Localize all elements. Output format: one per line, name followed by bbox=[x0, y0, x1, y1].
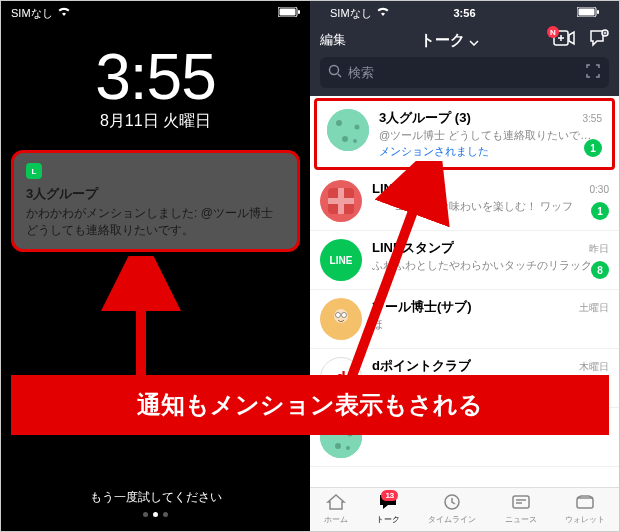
new-badge: N bbox=[547, 26, 559, 38]
tab-icon bbox=[575, 492, 595, 512]
video-add-icon[interactable]: N bbox=[553, 30, 575, 50]
search-placeholder: 検索 bbox=[348, 64, 579, 82]
notification-when: 今 bbox=[274, 164, 285, 179]
page-dots bbox=[1, 512, 310, 517]
notification-card[interactable]: L LINE 今 3人グループ かわかわがメンションしました: @ツール博士 ど… bbox=[11, 150, 300, 252]
notification-app-name: LINE bbox=[48, 165, 72, 177]
chat-item[interactable]: 3人グループ (3)3:55@ツール博士 どうしても連絡取りたいで…メンションさ… bbox=[314, 98, 615, 170]
svg-point-9 bbox=[327, 109, 369, 151]
tab-icon bbox=[443, 492, 461, 512]
status-bar: SIMなし bbox=[1, 1, 310, 23]
chat-time: 昨日 bbox=[589, 242, 609, 256]
lock-time-block: 3:55 8月11日 火曜日 bbox=[1, 45, 310, 132]
unread-badge: 8 bbox=[591, 261, 609, 279]
chat-name: 3人グループ (3) bbox=[379, 109, 471, 127]
wifi-icon bbox=[57, 7, 71, 19]
search-icon bbox=[328, 64, 342, 81]
lock-date: 8月11日 火曜日 bbox=[1, 111, 310, 132]
battery-icon bbox=[278, 7, 300, 19]
edit-button[interactable]: 編集 bbox=[320, 31, 346, 49]
svg-rect-27 bbox=[577, 498, 593, 508]
chevron-down-icon[interactable] bbox=[469, 32, 479, 49]
chat-time: 3:55 bbox=[583, 113, 602, 124]
tab-タイムライン[interactable]: タイムライン bbox=[428, 492, 476, 525]
tab-icon bbox=[326, 492, 346, 512]
tab-ウォレット[interactable]: ウォレット bbox=[565, 492, 605, 525]
search-input[interactable]: 検索 bbox=[320, 57, 609, 88]
svg-point-24 bbox=[346, 446, 350, 450]
tab-bar: ホームトーク13タイムラインニュースウォレット bbox=[310, 487, 619, 531]
wifi-icon bbox=[376, 7, 390, 19]
svg-rect-1 bbox=[280, 9, 296, 16]
caption-banner: 通知もメンション表示もされる bbox=[11, 375, 609, 435]
lock-time: 3:55 bbox=[1, 45, 310, 109]
tab-label: タイムライン bbox=[428, 514, 476, 525]
svg-point-10 bbox=[336, 120, 342, 126]
lock-bottom: もう一度試してください bbox=[1, 489, 310, 517]
notification-title: 3人グループ bbox=[26, 185, 285, 203]
line-app-icon: L bbox=[26, 163, 42, 179]
svg-rect-4 bbox=[579, 9, 595, 16]
tab-label: ニュース bbox=[505, 514, 537, 525]
carrier-label: SIMなし bbox=[11, 6, 53, 21]
compose-icon[interactable] bbox=[589, 29, 609, 51]
svg-point-23 bbox=[335, 443, 341, 449]
tab-ホーム[interactable]: ホーム bbox=[324, 492, 348, 525]
tab-label: ウォレット bbox=[565, 514, 605, 525]
chat-preview: @ツール博士 どうしても連絡取りたいで… bbox=[379, 128, 602, 143]
svg-rect-5 bbox=[597, 10, 599, 14]
unread-badge: 1 bbox=[591, 202, 609, 220]
lock-hint: もう一度試してください bbox=[1, 489, 310, 506]
tab-label: トーク bbox=[376, 514, 400, 525]
tab-badge: 13 bbox=[381, 490, 398, 501]
arrow-right bbox=[331, 161, 451, 411]
svg-point-12 bbox=[342, 136, 348, 142]
notification-body: かわかわがメンションしました: @ツール博士 どうしても連絡取りたいです。 bbox=[26, 205, 285, 239]
battery-icon bbox=[577, 7, 599, 19]
app-header: SIMなし 3:56 編集 トーク bbox=[310, 1, 619, 96]
chat-time: 土曜日 bbox=[579, 301, 609, 315]
chat-time: 0:30 bbox=[590, 184, 609, 195]
svg-point-8 bbox=[330, 66, 339, 75]
svg-point-13 bbox=[353, 139, 357, 143]
status-time: 3:56 bbox=[453, 7, 475, 19]
svg-rect-2 bbox=[298, 10, 300, 14]
tab-label: ホーム bbox=[324, 514, 348, 525]
svg-point-11 bbox=[355, 125, 360, 130]
scan-icon[interactable] bbox=[585, 63, 601, 82]
chat-time: 木曜日 bbox=[579, 360, 609, 374]
carrier-label: SIMなし bbox=[330, 6, 372, 21]
tab-icon bbox=[511, 492, 531, 512]
tab-トーク[interactable]: トーク13 bbox=[376, 492, 400, 525]
svg-rect-26 bbox=[513, 496, 529, 508]
mention-label: メンションされました bbox=[379, 144, 602, 159]
avatar bbox=[327, 109, 369, 151]
unread-badge: 1 bbox=[584, 139, 602, 157]
page-title: トーク bbox=[420, 31, 479, 50]
tab-ニュース[interactable]: ニュース bbox=[505, 492, 537, 525]
